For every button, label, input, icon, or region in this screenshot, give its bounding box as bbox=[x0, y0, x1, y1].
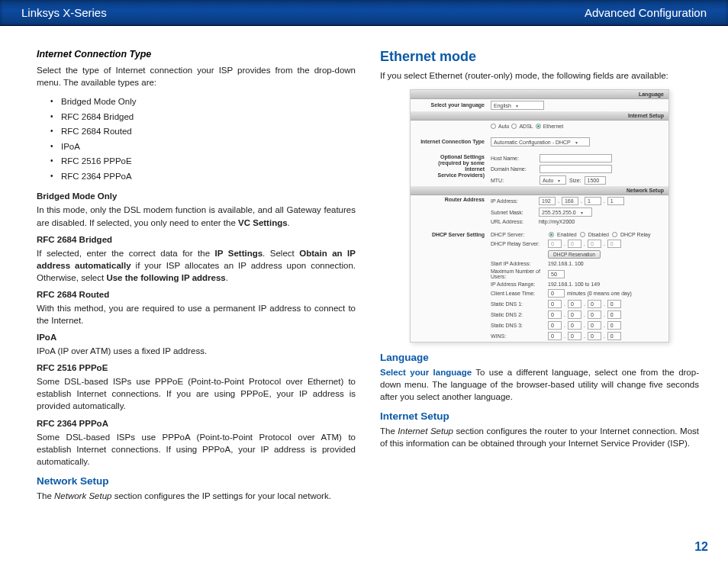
ss-opt-label: Optional Settings (required by some Inte… bbox=[418, 154, 491, 179]
bridged-head: Bridged Mode Only bbox=[37, 191, 356, 201]
header-right: Advanced Configuration bbox=[585, 6, 707, 19]
isetup-body: The Internet Setup section configures th… bbox=[380, 425, 699, 449]
r2684r-head: RFC 2684 Routed bbox=[37, 290, 356, 299]
domain-input[interactable] bbox=[540, 165, 612, 173]
left-column: Internet Connection Type Select the type… bbox=[37, 49, 356, 508]
header-left: Linksys X-Series bbox=[21, 6, 107, 19]
ict-heading: Internet Connection Type bbox=[37, 49, 356, 60]
ss-dhcp-setting: DHCP Server Setting bbox=[418, 232, 491, 238]
r2684r-body: With this method, you are required to us… bbox=[37, 302, 356, 327]
r2684b-body: If selected, enter the correct data for … bbox=[37, 247, 356, 284]
netsetup-head: Network Setup bbox=[37, 475, 356, 487]
radio-adsl[interactable] bbox=[511, 124, 517, 129]
language-body: Select your language To use a different … bbox=[380, 366, 699, 403]
ipoa-body: IPoA (IP over ATM) uses a fixed IP addre… bbox=[37, 345, 356, 357]
isetup-head: Internet Setup bbox=[380, 410, 699, 422]
language-head: Language bbox=[380, 352, 699, 363]
list-item: RFC 2684 Bridged bbox=[50, 110, 356, 125]
pppoe-head: RFC 2516 PPPoE bbox=[37, 363, 356, 372]
page-body: Internet Connection Type Select the type… bbox=[0, 26, 728, 523]
page-header: Linksys X-Series Advanced Configuration bbox=[0, 0, 728, 26]
radio-dhcp-disabled[interactable] bbox=[580, 232, 585, 237]
page-number: 12 bbox=[694, 540, 708, 554]
ss-lang-label: Select your language bbox=[418, 102, 491, 108]
mask-select[interactable]: 255.255.255.0 bbox=[539, 208, 592, 217]
mtu-select[interactable]: Auto bbox=[540, 175, 566, 185]
mtu-size-input[interactable]: 1500 bbox=[585, 176, 606, 185]
list-item: Bridged Mode Only bbox=[50, 95, 356, 110]
radio-ethernet[interactable] bbox=[536, 124, 541, 129]
pppoa-head: RFC 2364 PPPoA bbox=[37, 419, 356, 428]
r2684b-head: RFC 2684 Bridged bbox=[37, 235, 356, 244]
radio-auto[interactable] bbox=[491, 124, 496, 129]
list-item: RFC 2516 PPPoE bbox=[50, 154, 356, 169]
ict-type-list: Bridged Mode Only RFC 2684 Bridged RFC 2… bbox=[50, 95, 356, 184]
router-ui-screenshot: Language Select your language English In… bbox=[410, 89, 669, 343]
list-item: IPoA bbox=[50, 140, 356, 155]
radio-dhcp-relay[interactable] bbox=[612, 232, 617, 237]
ict-intro: Select the type of Internet connection y… bbox=[37, 64, 356, 88]
ss-bar-net: Network Setup bbox=[411, 186, 668, 195]
bridged-body: In this mode, only the DSL modem functio… bbox=[37, 204, 356, 228]
pppoe-body: Some DSL-based ISPs use PPPoE (Point-to-… bbox=[37, 375, 356, 412]
ss-bar-language: Language bbox=[411, 90, 668, 99]
ss-mode-radios: Auto ADSL Ethernet bbox=[491, 124, 665, 129]
radio-dhcp-enabled[interactable] bbox=[549, 232, 554, 237]
pppoa-body: Some DSL-based ISPs use PPPoA (Point-to-… bbox=[37, 431, 356, 468]
ss-router-addr: Router Address bbox=[418, 197, 491, 203]
hostname-input[interactable] bbox=[540, 154, 612, 162]
ipoa-head: IPoA bbox=[37, 333, 356, 342]
right-column: Ethernet mode If you select Ethernet (ro… bbox=[380, 49, 699, 508]
ethernet-mode-head: Ethernet mode bbox=[380, 49, 699, 65]
netsetup-body: The Network Setup section configures the… bbox=[37, 490, 356, 502]
list-item: RFC 2684 Routed bbox=[50, 124, 356, 140]
ss-bar-isetup: Internet Setup bbox=[411, 111, 668, 121]
dhcp-reservation-button[interactable]: DHCP Reservation bbox=[548, 250, 601, 259]
list-item: RFC 2364 PPPoA bbox=[50, 169, 356, 185]
ss-ict-label: Internet Connection Type bbox=[418, 139, 491, 145]
ethernet-intro: If you select Ethernet (router-only) mod… bbox=[380, 69, 699, 82]
ss-ict-select[interactable]: Automatic Configuration - DHCP bbox=[491, 137, 590, 146]
ss-lang-select[interactable]: English bbox=[491, 101, 544, 110]
